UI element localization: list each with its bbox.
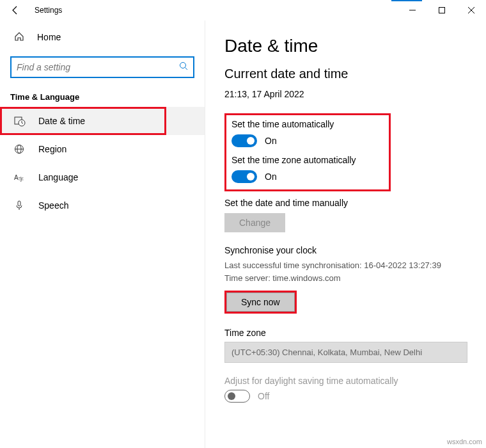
maximize-button[interactable] (427, 0, 457, 20)
change-button: Change (224, 213, 285, 232)
svg-text:A: A (14, 174, 19, 181)
page-title: Date & time (224, 36, 468, 56)
window-title: Settings (35, 6, 62, 15)
sync-heading: Synchronise your clock (224, 245, 468, 255)
window-controls (398, 0, 486, 20)
nav-label: Region (38, 144, 67, 154)
section-title: Time & Language (0, 78, 205, 107)
auto-settings-group: Set the time automatically On Set the ti… (224, 113, 391, 191)
watermark: wsxdn.com (447, 438, 482, 445)
svg-text:字: 字 (19, 177, 24, 182)
timezone-select[interactable]: (UTC+05:30) Chennai, Kolkata, Mumbai, Ne… (224, 342, 467, 363)
sidebar-item-region[interactable]: Region (0, 135, 205, 163)
minimize-button[interactable] (398, 0, 427, 20)
microphone-icon (14, 200, 27, 211)
globe-icon (14, 144, 27, 154)
auto-tz-state: On (265, 172, 277, 182)
svg-rect-1 (439, 8, 445, 13)
manual-label: Set the date and time manually (224, 198, 468, 208)
dst-label: Adjust for daylight saving time automati… (224, 376, 468, 386)
current-datetime: 21:13, 17 April 2022 (224, 89, 468, 99)
auto-time-toggle[interactable] (231, 134, 257, 147)
nav-label: Date & time (38, 116, 85, 126)
close-button[interactable] (457, 0, 486, 20)
back-button[interactable] (8, 5, 23, 15)
sync-now-button[interactable]: Sync now (226, 292, 295, 312)
svg-rect-15 (18, 201, 20, 206)
svg-point-4 (180, 63, 186, 68)
content-pane: Date & time Current date and time 21:13,… (205, 20, 486, 448)
dst-toggle (224, 390, 250, 403)
nav-label: Language (38, 172, 78, 182)
auto-tz-label: Set the time zone automatically (231, 155, 382, 165)
sync-server: Time server: time.windows.com (224, 272, 468, 285)
sidebar: Home Time & Language Date & time Region … (0, 20, 205, 448)
auto-time-label: Set the time automatically (231, 119, 382, 129)
auto-tz-toggle[interactable] (231, 170, 257, 183)
sidebar-item-date-time[interactable]: Date & time (0, 107, 205, 135)
home-label: Home (37, 32, 61, 42)
sync-last: Last successful time synchronisation: 16… (224, 259, 468, 272)
clock-calendar-icon (14, 115, 27, 127)
section-current-heading: Current date and time (224, 67, 468, 81)
search-input-wrapper[interactable] (10, 56, 194, 78)
nav-label: Speech (38, 200, 68, 211)
search-input[interactable] (17, 62, 179, 72)
dst-state: Off (258, 391, 269, 401)
auto-time-state: On (265, 136, 277, 146)
svg-line-5 (185, 68, 188, 70)
timezone-heading: Time zone (224, 328, 468, 338)
sidebar-item-speech[interactable]: Speech (0, 191, 205, 220)
sidebar-item-language[interactable]: A字 Language (0, 163, 205, 191)
language-icon: A字 (14, 172, 27, 182)
home-icon (14, 31, 26, 44)
home-nav[interactable]: Home (0, 24, 205, 50)
search-icon (179, 61, 188, 73)
